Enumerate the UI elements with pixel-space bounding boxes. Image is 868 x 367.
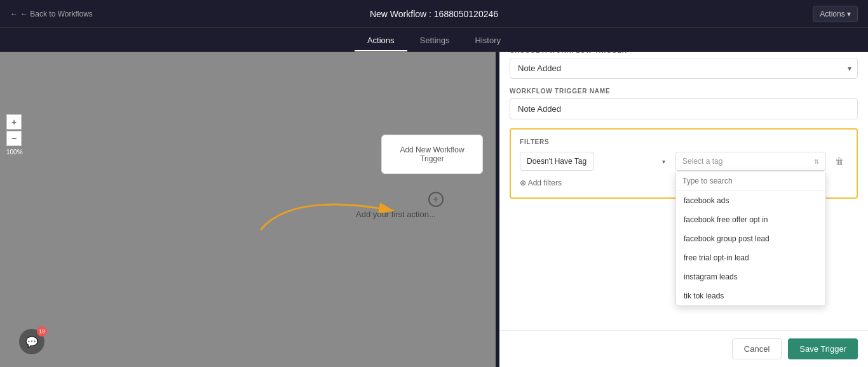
chevron-down-icon: ▾ <box>662 158 665 165</box>
chat-badge: 19 <box>37 326 47 337</box>
add-filters-button[interactable]: ⊕ Add filters <box>520 177 562 189</box>
filter-condition-select[interactable]: Doesn't Have Tag <box>520 152 594 171</box>
cancel-button[interactable]: Cancel <box>732 338 782 359</box>
tabs-bar: Actions Settings History <box>0 28 868 52</box>
add-node-button[interactable]: + <box>428 192 444 207</box>
plus-icon: + <box>433 194 438 205</box>
back-label: ← Back to Workflows <box>20 10 93 18</box>
panel-footer: Cancel Save Trigger <box>499 330 868 367</box>
zoom-out-button[interactable]: − <box>6 131 22 146</box>
zoom-in-button[interactable]: + <box>6 114 22 130</box>
workflow-trigger-panel: Workflow Trigger Adds a workflow trigger… <box>499 0 868 367</box>
zoom-label: 100% <box>6 149 23 156</box>
trigger-select[interactable]: Note Added <box>510 58 858 79</box>
dropdown-item-free-trial[interactable]: free trial opt-in lead <box>676 248 825 267</box>
save-trigger-button[interactable]: Save Trigger <box>788 338 858 359</box>
up-down-arrows-icon: ⇅ <box>814 158 819 165</box>
trigger-node[interactable]: Add New Workflow Trigger <box>381 135 483 174</box>
add-filters-label: ⊕ Add filters <box>520 178 562 187</box>
dropdown-list: facebook ads facebook free offer opt in … <box>676 191 825 305</box>
dropdown-item-facebook-free-offer[interactable]: facebook free offer opt in <box>676 210 825 229</box>
dropdown-item-instagram[interactable]: instagram leads <box>676 267 825 286</box>
filters-section: FILTERS Doesn't Have Tag ▾ Select a tag … <box>510 128 858 199</box>
delete-filter-button[interactable]: 🗑 <box>831 155 848 168</box>
tag-select-container: Select a tag ⇅ facebook ads facebook fre… <box>675 152 826 171</box>
chat-symbol: 💬 <box>25 336 38 348</box>
workflow-title: New Workflow : 1688050120246 <box>370 9 498 19</box>
tag-dropdown: facebook ads facebook free offer opt in … <box>675 171 826 306</box>
workflow-canvas: + − 100% Add New Workflow Trigger + Add … <box>0 52 496 367</box>
filter-condition-wrapper: Doesn't Have Tag ▾ <box>520 152 670 171</box>
zoom-controls: + − 100% <box>6 114 23 156</box>
filters-label: FILTERS <box>520 138 848 145</box>
chat-icon[interactable]: 💬 19 <box>19 329 44 354</box>
actions-button[interactable]: Actions ▾ <box>813 6 858 22</box>
back-button[interactable]: ← ← Back to Workflows <box>10 10 93 18</box>
tab-settings[interactable]: Settings <box>407 30 463 51</box>
back-arrow-icon: ← <box>10 10 18 18</box>
tag-placeholder: Select a tag <box>682 157 722 166</box>
trash-icon: 🗑 <box>835 156 844 166</box>
first-action-text: Add your first action... <box>356 210 436 219</box>
dropdown-item-facebook-ads[interactable]: facebook ads <box>676 191 825 210</box>
actions-label: Actions ▾ <box>820 10 851 18</box>
trigger-node-label: Add New Workflow Trigger <box>400 145 464 163</box>
tab-history[interactable]: History <box>463 30 513 51</box>
trigger-name-input[interactable] <box>510 98 858 119</box>
trigger-select-wrapper: Note Added ▾ <box>510 58 858 79</box>
dropdown-item-tiktok[interactable]: tik tok leads <box>676 286 825 305</box>
cancel-label: Cancel <box>744 344 770 354</box>
tag-search-input[interactable] <box>676 171 825 191</box>
filter-row: Doesn't Have Tag ▾ Select a tag ⇅ facebo… <box>520 152 848 171</box>
save-trigger-label: Save Trigger <box>799 344 846 354</box>
trigger-name-label: WORKFLOW TRIGGER NAME <box>510 88 858 95</box>
panel-body: CHOOSE A WORKFLOW TRIGGER Note Added ▾ W… <box>499 38 868 330</box>
tab-actions[interactable]: Actions <box>355 30 407 51</box>
dropdown-item-facebook-group[interactable]: facebook group post lead <box>676 229 825 248</box>
top-bar: ← ← Back to Workflows New Workflow : 168… <box>0 0 868 28</box>
tag-select-field[interactable]: Select a tag ⇅ <box>675 152 826 171</box>
